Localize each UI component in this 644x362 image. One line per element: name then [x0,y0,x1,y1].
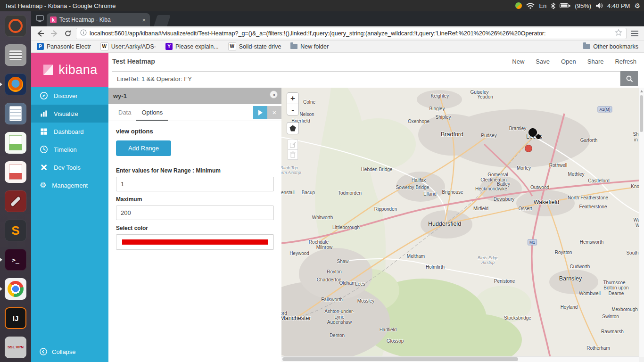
bookmark-item[interactable]: WSolid-state drive [228,42,281,50]
sidebar-item-label: Timelion [54,146,77,153]
collapse-label: Collapse [52,348,76,355]
tab-close-icon[interactable]: × [141,16,147,24]
apply-changes-button[interactable] [253,106,267,119]
color-picker-box[interactable] [116,234,274,250]
minimum-input[interactable] [116,177,274,191]
add-range-button[interactable]: Add Range [116,140,171,156]
bookmark-item[interactable]: PPanasonic Electr [37,43,91,50]
browser-tab[interactable]: k Test Heatmap - Kiba × [47,13,150,26]
selected-color-bar[interactable] [122,239,268,245]
dock-icon-libreoffice-impress[interactable] [0,157,31,187]
query-input[interactable] [112,71,620,86]
kibana-logo-text: kibana [58,63,98,77]
session-gear-icon[interactable]: ⚙ [634,2,640,9]
sidebar-collapse-button[interactable]: Collapse [31,341,108,362]
scroll-up-arrow[interactable] [640,90,643,92]
bookmark-item[interactable]: New folder [290,43,329,50]
vertical-scrollbar-thumb[interactable] [640,95,643,132]
search-button[interactable] [620,71,638,86]
dock-icon-chrome[interactable] [0,274,31,304]
sidebar-item-management[interactable]: ⚙ Management [31,176,108,194]
zoom-in-button[interactable]: + [287,92,299,104]
tab-options[interactable]: Options [136,104,168,121]
dock-icon-sublime-text[interactable]: S [0,216,31,245]
horizontal-scrollbar-thumb[interactable] [282,357,518,361]
map-place-label: Dewsbury [494,197,514,202]
open-button[interactable]: Open [561,58,576,65]
zoom-out-button[interactable]: - [287,104,299,115]
map-marker[interactable] [536,134,541,139]
panel-collapse-chevron[interactable]: ◂ [270,90,278,99]
other-bookmarks-button[interactable]: Other bookmarks [583,43,638,50]
map-place-label: Ripponden [374,206,397,212]
bookmark-favicon: W [228,42,236,50]
sidebar-item-dashboard[interactable]: Dashboard [31,123,108,140]
sidebar-item-label: Dashboard [54,128,84,135]
share-button[interactable]: Share [587,58,604,65]
dock-icon-ubuntu-dash[interactable] [0,11,31,41]
clock[interactable]: 4:40 PM [607,2,630,9]
wifi-icon[interactable] [526,2,535,9]
sidebar-item-dev-tools[interactable]: Dev Tools [31,158,108,176]
tab-data[interactable]: Data [113,104,136,121]
map-place-label: Swinton [602,314,619,319]
bluetooth-icon[interactable] [551,2,555,9]
delete-layers-button[interactable] [288,149,298,160]
dock: S>_IJSSL VPN [0,11,31,362]
map-place-label: Heckmondwike [475,186,507,191]
browser-toolbar: localhost:5601/app/kibana#/visualize/edi… [31,26,644,41]
dock-icon-firefox[interactable] [0,70,31,99]
sidebar-item-timelion[interactable]: Timelion [31,140,108,158]
dock-icon-intellij-idea[interactable]: IJ [0,304,31,333]
libreoffice-impress-icon [5,161,26,183]
browser-menu-icon[interactable] [629,28,640,39]
libreoffice-calc-icon [5,132,26,154]
browser-profile-icon[interactable] [36,15,44,24]
discard-changes-button[interactable]: × [267,106,281,119]
reload-button[interactable] [62,28,74,39]
trash-icon [290,151,296,158]
volume-icon[interactable] [595,2,603,9]
map-place-label: Oldham [339,280,355,286]
save-button[interactable]: Save [536,58,550,65]
map-marker[interactable] [528,128,537,137]
page-info-icon[interactable] [80,29,87,38]
edit-layers-button[interactable] [288,140,298,150]
map-place-label: Gomersal [487,172,508,177]
map-place-label: Hoyland [561,304,578,310]
battery-icon[interactable] [560,3,570,8]
app-indicator-icon[interactable] [515,2,522,9]
url-bar[interactable]: localhost:5601/app/kibana#/visualize/edi… [76,28,627,39]
map-place-label: Bradford [441,131,463,138]
chrome-icon [5,278,26,300]
new-tab-button[interactable] [154,15,171,26]
bookmark-label: Solid-state drive [239,43,281,50]
map-marker[interactable] [525,145,532,152]
sidebar-item-discover[interactable]: Discover [31,87,108,105]
maximum-input[interactable] [116,206,274,220]
refresh-button[interactable]: Refresh [615,58,636,65]
dock-icon-red-tool[interactable] [0,187,31,216]
forward-button[interactable] [49,28,60,39]
keyboard-layout-indicator[interactable]: En [539,2,546,9]
bookmark-label: Panasonic Electr [47,43,91,50]
map-place-label: Mexborough [611,307,638,312]
map[interactable]: GuiseleyYeadonKeighleyBingleyShipleyColn… [281,88,644,362]
bookmark-item[interactable]: WUser:Aarky/ADS- [100,42,156,50]
bookmark-star-icon[interactable] [615,29,622,38]
dock-icon-libreoffice-calc[interactable] [0,128,31,157]
dock-icon-terminal[interactable]: >_ [0,245,31,274]
dock-icon-ssl-vpn[interactable]: SSL VPN [0,333,31,362]
sidebar-item-visualize[interactable]: Visualize [31,105,108,123]
vis-name: wy-1 [113,92,127,99]
draw-polygon-button[interactable] [287,122,299,134]
map-place-label: Holmfirth [426,264,445,270]
bookmark-item[interactable]: YPlease explain... [165,43,219,50]
new-button[interactable]: New [512,58,524,65]
back-button[interactable] [35,28,46,39]
map-place-label: Cudworth [570,264,590,269]
dock-icon-text-editor[interactable] [0,99,31,128]
dock-icon-files[interactable] [0,41,31,70]
kibana-favicon: k [50,16,57,23]
road-badge: A1(M) [597,107,612,113]
